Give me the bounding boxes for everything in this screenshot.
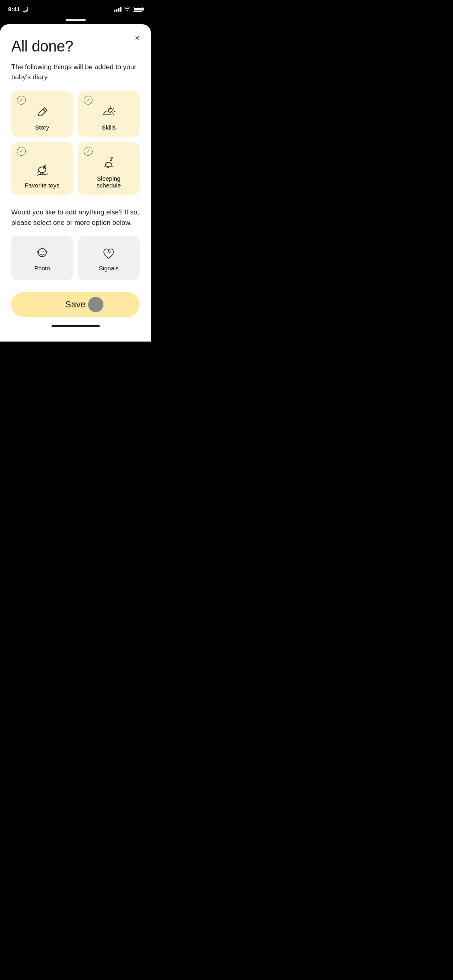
sleeping-schedule-label: Sleeping schedule: [84, 175, 134, 189]
save-button[interactable]: Save: [11, 292, 140, 317]
svg-point-5: [43, 251, 44, 252]
baby-face-icon: [34, 245, 50, 261]
status-icons: [114, 6, 143, 12]
time-text: 9:41: [8, 6, 20, 12]
photo-label: Photo: [34, 265, 50, 272]
modal-card: × All done? The following things will be…: [0, 24, 151, 342]
items-grid: ✓ Story ✓: [11, 91, 140, 195]
pencil-icon: [34, 105, 50, 121]
status-bar: 9:41 🌙: [0, 0, 151, 16]
story-card[interactable]: ✓ Story: [11, 91, 73, 137]
sleep-check-icon: ✓: [84, 147, 93, 156]
toys-check-icon: ✓: [17, 147, 26, 156]
heart-lightning-icon: [101, 245, 117, 261]
skills-card[interactable]: ✓ Skills: [78, 91, 140, 137]
rocking-horse-icon: [34, 163, 50, 179]
story-check-icon: ✓: [17, 96, 26, 105]
sleeping-schedule-card[interactable]: ✓ Sleeping schedule: [78, 142, 140, 195]
svg-point-1: [39, 167, 46, 173]
svg-point-3: [38, 249, 46, 257]
signals-label: Signals: [99, 265, 119, 272]
battery-icon: [133, 7, 143, 12]
page-title: All done?: [11, 38, 140, 55]
home-bar: [51, 325, 100, 327]
close-icon: ×: [135, 33, 140, 42]
toys-icon-area: [18, 163, 67, 179]
skills-icon-area: [84, 105, 134, 121]
skills-label: Skills: [84, 124, 134, 131]
photo-card[interactable]: Photo: [11, 236, 73, 280]
moon-icon: 🌙: [22, 6, 29, 12]
extra-grid: Photo Signals: [11, 236, 140, 280]
signal-icon: [114, 7, 121, 12]
close-button[interactable]: ×: [133, 32, 141, 43]
story-icon-area: [18, 105, 67, 121]
section-question: Would you like to add anything else? If …: [11, 207, 140, 228]
wifi-icon: [124, 6, 130, 12]
skills-check-icon: ✓: [84, 96, 93, 105]
toys-label: Favorite toys: [18, 182, 67, 189]
save-button-dot: [88, 297, 103, 312]
save-label: Save: [65, 299, 86, 310]
favorite-toys-card[interactable]: ✓ Favorite toys: [11, 142, 73, 195]
skills-icon: [101, 105, 117, 121]
bell-sleep-icon: [101, 156, 117, 172]
signals-card[interactable]: Signals: [78, 236, 140, 280]
top-handle: [66, 19, 86, 21]
story-label: Story: [18, 124, 67, 131]
subtitle-text: The following things will be added to yo…: [11, 62, 140, 82]
svg-point-4: [41, 251, 41, 252]
status-time: 9:41 🌙: [8, 6, 29, 12]
phone-frame: 9:41 🌙: [0, 0, 151, 342]
drag-indicator: [0, 16, 151, 24]
sleep-icon-area: [84, 156, 134, 172]
home-indicator: [11, 322, 140, 329]
